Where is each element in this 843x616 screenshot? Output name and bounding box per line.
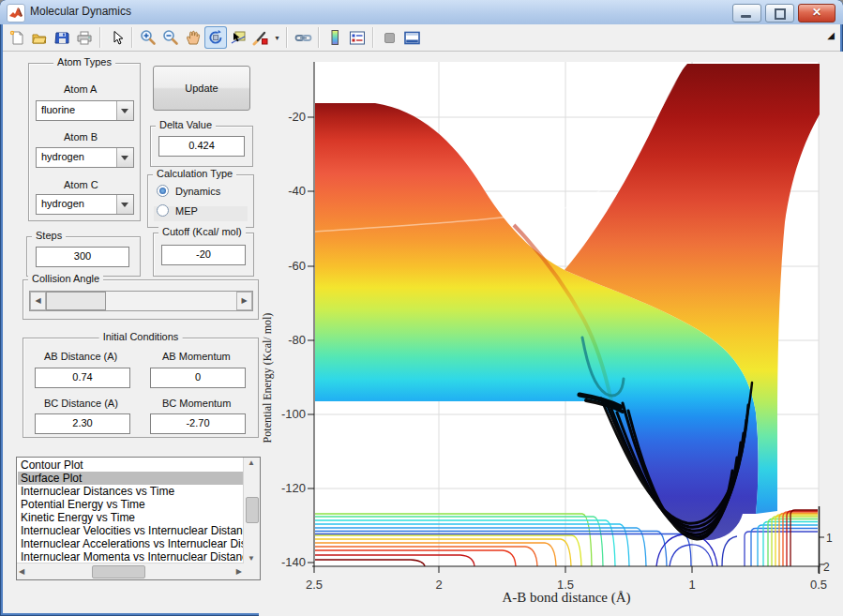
- ab-momentum-field[interactable]: 0: [150, 368, 246, 388]
- plottools-off-icon[interactable]: [378, 26, 400, 49]
- svg-text:1: 1: [826, 532, 833, 545]
- atom-b-dropdown[interactable]: hydrogen: [36, 147, 134, 168]
- atom-a-label: Atom A: [64, 83, 97, 95]
- vertical-scroll-thumb[interactable]: [246, 497, 259, 523]
- x-axis-label: A-B bond distance (Å): [502, 590, 630, 606]
- slider-left-arrow[interactable]: ◀: [30, 292, 46, 310]
- scroll-right-icon[interactable]: ▶: [236, 567, 242, 576]
- mep-radio[interactable]: [157, 204, 169, 217]
- scroll-left-icon[interactable]: ◀: [19, 567, 24, 576]
- list-item[interactable]: Surface Plot: [18, 472, 243, 485]
- cutoff-title: Cutoff (Kcal/ mol): [158, 226, 246, 237]
- maximize-button[interactable]: [765, 4, 794, 23]
- svg-text:-20: -20: [288, 110, 306, 124]
- print-icon[interactable]: [73, 26, 96, 49]
- delta-value-title: Delta Value: [156, 119, 216, 130]
- initial-conditions-title: Initial Conditions: [99, 331, 183, 342]
- svg-text:-80: -80: [288, 333, 306, 347]
- svg-text:-60: -60: [288, 259, 306, 273]
- insert-colorbar-icon[interactable]: [324, 26, 346, 49]
- title-bar[interactable]: Molecular Dynamics ✕: [0, 0, 843, 24]
- rotate-3d-icon[interactable]: [204, 26, 227, 49]
- svg-text:1: 1: [688, 578, 695, 592]
- chevron-down-icon: [121, 156, 128, 164]
- cutoff-field[interactable]: -20: [161, 245, 246, 265]
- chevron-down-icon: [121, 109, 128, 117]
- insert-legend-icon[interactable]: [346, 26, 369, 49]
- steps-title: Steps: [32, 230, 66, 241]
- matlab-app-icon: [7, 4, 25, 23]
- ab-momentum-label: AB Momentum: [162, 351, 231, 362]
- mep-radio-label: MEP: [175, 205, 198, 217]
- surface-plot[interactable]: -20 -40 -60 -80 -100 -120 -140 2.5 2 1.5…: [259, 52, 843, 616]
- listbox-vertical-scrollbar[interactable]: ▲ ▼: [243, 458, 260, 563]
- scrollbar-corner: [244, 563, 260, 579]
- atom-a-value: fluorine: [41, 104, 75, 115]
- svg-text:2: 2: [823, 561, 830, 574]
- bc-distance-field[interactable]: 2.30: [35, 413, 130, 434]
- zoom-out-icon[interactable]: [159, 26, 182, 49]
- open-file-icon[interactable]: [28, 26, 51, 49]
- listbox-horizontal-scrollbar[interactable]: ◀ ▶: [17, 563, 244, 579]
- toolbar-separator: [131, 27, 133, 48]
- atom-c-label: Atom C: [64, 179, 98, 190]
- horizontal-scroll-thumb[interactable]: [92, 565, 145, 578]
- bc-distance-label: BC Distance (A): [44, 398, 118, 409]
- list-item[interactable]: Internuclear Momenta vs Internuclear Dis…: [18, 550, 243, 563]
- dynamics-radio[interactable]: [157, 185, 169, 197]
- svg-text:0.5: 0.5: [810, 578, 827, 592]
- svg-text:-40: -40: [288, 184, 306, 198]
- steps-field[interactable]: 300: [36, 247, 129, 267]
- app-window: Molecular Dynamics ✕: [0, 0, 843, 616]
- minimize-button[interactable]: [732, 4, 761, 23]
- link-plots-icon[interactable]: [292, 26, 314, 49]
- update-button[interactable]: Update: [153, 66, 250, 111]
- atom-c-dropdown[interactable]: hydrogen: [36, 194, 134, 215]
- chevron-down-icon: [121, 203, 128, 211]
- pointer-icon[interactable]: [105, 26, 128, 49]
- list-item[interactable]: Kinetic Energy vs Time: [18, 511, 243, 524]
- bc-momentum-field[interactable]: -2.70: [150, 413, 246, 434]
- slider-thumb[interactable]: [46, 292, 106, 310]
- toolbar-separator: [286, 27, 288, 48]
- plottools-on-icon[interactable]: [400, 26, 423, 49]
- list-item[interactable]: Internuclear Accelerations vs Internucle…: [18, 537, 243, 550]
- svg-text:2.5: 2.5: [306, 578, 323, 592]
- svg-text:-100: -100: [281, 407, 306, 421]
- atom-b-label: Atom B: [64, 131, 98, 143]
- scroll-down-icon[interactable]: ▼: [244, 554, 259, 563]
- zoom-in-icon[interactable]: [137, 26, 159, 49]
- atom-a-dropdown[interactable]: fluorine: [36, 100, 134, 121]
- collision-angle-slider[interactable]: ◀ ▶: [29, 291, 253, 311]
- data-cursor-icon[interactable]: [227, 26, 249, 49]
- toolbar-separator: [372, 27, 374, 48]
- ab-distance-label: AB Distance (A): [44, 351, 117, 362]
- svg-text:2: 2: [435, 578, 442, 592]
- scroll-up-icon[interactable]: ▲: [244, 458, 259, 467]
- list-item[interactable]: Internuclear Distances vs Time: [18, 485, 243, 498]
- slider-right-arrow[interactable]: ▶: [236, 292, 252, 310]
- plot-type-listbox[interactable]: Contour Plot Surface Plot Internuclear D…: [16, 457, 261, 580]
- atom-c-value: hydrogen: [41, 198, 84, 209]
- y-axis-label: Potential Energy (Kcal/ mol): [261, 313, 274, 443]
- pan-icon[interactable]: [182, 26, 204, 49]
- toolbar-separator: [318, 27, 320, 48]
- list-item[interactable]: Internuclear Velocities vs Internuclear …: [18, 524, 243, 537]
- atom-types-title: Atom Types: [53, 56, 115, 68]
- window-title: Molecular Dynamics: [30, 5, 131, 18]
- atom-b-value: hydrogen: [41, 151, 84, 162]
- brush-icon[interactable]: [249, 26, 272, 49]
- ab-distance-field[interactable]: 0.74: [35, 368, 130, 388]
- svg-text:-120: -120: [281, 481, 306, 495]
- list-item[interactable]: Potential Energy vs Time: [18, 498, 243, 511]
- save-figure-icon[interactable]: [51, 26, 73, 49]
- toolbar-overflow-icon[interactable]: ◢: [827, 30, 835, 40]
- bc-momentum-label: BC Momentum: [162, 398, 231, 409]
- close-button[interactable]: ✕: [798, 4, 835, 23]
- svg-text:-140: -140: [281, 555, 306, 569]
- dynamics-radio-label: Dynamics: [175, 186, 220, 197]
- list-item[interactable]: Contour Plot: [18, 458, 243, 472]
- delta-value-field[interactable]: 0.424: [158, 136, 245, 157]
- brush-dropdown-icon[interactable]: ▾: [272, 26, 282, 49]
- new-figure-icon[interactable]: [6, 26, 28, 49]
